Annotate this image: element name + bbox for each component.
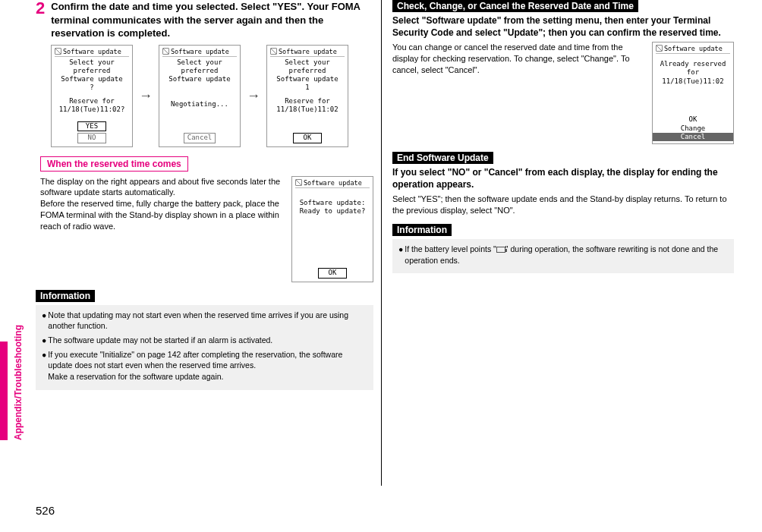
phone-screen-3: Software update Select your preferred So… [266,45,348,147]
screen-text: Software update [162,75,237,83]
info-item: If the battery level points "" during op… [405,244,728,266]
information-box: ●Note that updating may not start even w… [36,305,373,390]
screen-title: Software update [656,45,730,54]
screen-text: Select your preferred [270,58,345,76]
screen-text: ? [55,83,129,92]
paragraph: The display on the right appears and abo… [40,176,285,232]
section-heading: End Software Update [392,152,493,164]
side-tab-label: Appendix/Troubleshooting [13,325,24,440]
step-number: 2 [36,0,45,40]
information-box: ● If the battery level points "" during … [392,239,734,273]
phone-screen-reserved: Software update Already reserved for 11/… [652,42,734,144]
screen-title: Software update [270,48,345,57]
screen-text: 1 [270,83,345,92]
info-item: If you execute "Initialize" on page 142 … [48,349,367,382]
ok-button: OK [318,268,347,278]
info-item: Note that updating may not start even wh… [48,310,367,332]
screen-text: Select your preferred [162,58,237,76]
screen-text: Reserve for [55,97,129,105]
screen-text: Software update: Ready to update? [295,199,370,216]
paragraph: Select "YES"; then the software update e… [392,194,734,216]
screen-text: Software update [55,75,129,83]
battery-icon [496,247,505,253]
screen-text: Software update [270,75,345,83]
arrow-icon: → [139,88,153,104]
info-item: The software update may not be started i… [48,335,272,346]
section-heading: Check, Change, or Cancel the Reserved Da… [392,0,638,12]
no-button: NO [77,133,106,143]
screen-text: Negotiating... [162,100,237,109]
page-number: 526 [36,504,55,517]
ok-button: OK [293,133,322,143]
screens-row: Software update Select your preferred So… [51,45,373,147]
screen-text: 11/18(Tue)11:02? [55,105,129,114]
screen-title: Software update [295,179,370,188]
screen-text: Reserve for [270,97,345,105]
yes-button: YES [77,121,106,131]
left-column: 2 Confirm the date and time you selected… [36,0,381,486]
phone-screen-ready: Software update Software update: Ready t… [291,176,373,282]
phone-screen-1: Software update Select your preferred So… [51,45,133,147]
screen-title: Software update [55,48,129,57]
bold-paragraph: Select "Software update" from the settin… [392,15,734,39]
information-heading: Information [36,290,95,302]
bold-paragraph: If you select "NO" or "Cancel" from each… [392,167,734,190]
step-instruction: Confirm the date and time you selected. … [51,0,373,40]
option-ok: OK [656,115,730,124]
arrow-icon: → [247,88,260,104]
screen-text: 11/18(Tue)11:02 [270,105,345,114]
pink-subheading: When the reserved time comes [40,156,188,172]
side-tab-spine [0,342,8,440]
right-column: Check, Change, or Cancel the Reserved Da… [381,0,742,486]
screen-text: Already reserved for [656,60,730,77]
paragraph: You can change or cancel the reserved da… [392,42,646,76]
screen-title: Software update [162,48,237,57]
screen-text: 11/18(Tue)11:02 [656,77,730,86]
option-change: Change [656,124,730,133]
option-cancel-selected: Cancel [653,133,733,141]
information-heading: Information [392,224,452,236]
screen-text: Select your preferred [55,58,129,76]
phone-screen-2: Software update Select your preferred So… [159,45,241,147]
cancel-button: Cancel [184,133,216,143]
